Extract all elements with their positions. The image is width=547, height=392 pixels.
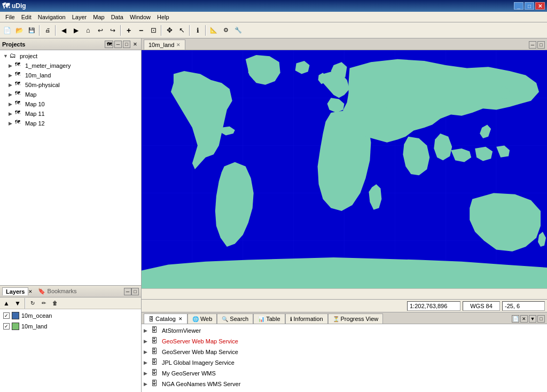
layers-maximize-button[interactable]: □ (131, 288, 139, 295)
select-button[interactable]: ↖ (176, 25, 187, 36)
menu-window[interactable]: Window (127, 13, 154, 21)
layer-delete-button[interactable]: 🗑 (50, 299, 60, 308)
tree-item-map11[interactable]: ▶ 🗺 Map 11 (1, 109, 140, 119)
search-tab-icon: 🔍 (222, 316, 228, 322)
home-button[interactable]: ⌂ (82, 25, 94, 36)
forward-button[interactable]: ▶ (70, 25, 82, 36)
close-button[interactable]: ✕ (535, 2, 545, 10)
layer-row-land[interactable]: ✓ 10m_land (1, 321, 140, 332)
map-panel-maximize-button[interactable]: □ (537, 41, 545, 49)
mygeoserver-expand[interactable]: ▶ (144, 371, 149, 376)
projects-maximize-button[interactable]: □ (123, 41, 130, 48)
layer-refresh-button[interactable]: ↻ (27, 299, 38, 308)
tab-catalog[interactable]: 🗄 Catalog ✕ (144, 313, 187, 324)
geoserver-expand[interactable]: ▶ (144, 349, 149, 355)
tree-item-50mphysical[interactable]: ▶ 🗺 50m-physical (1, 80, 140, 90)
bottom-panel-new-button[interactable]: 📄 (512, 315, 519, 323)
back-button[interactable]: ◀ (58, 25, 69, 36)
map10-expand-arrow[interactable]: ▶ (9, 101, 15, 107)
info-button[interactable]: ℹ (192, 25, 204, 36)
project-expand-arrow[interactable]: ▼ (3, 53, 10, 59)
layer-ocean-checkbox[interactable]: ✓ (3, 312, 10, 319)
map-tab-10mland[interactable]: 10m_land ✕ (144, 40, 185, 50)
catalog-tab-close[interactable]: ✕ (178, 316, 183, 322)
new-file-button[interactable]: 📄 (1, 25, 13, 36)
geoserver-icon: 🗄 (151, 348, 160, 356)
atstormviewer-icon: 🗄 (151, 326, 160, 335)
save-button[interactable]: 💾 (26, 25, 37, 36)
map-crs-display[interactable]: WGS 84 (463, 301, 500, 311)
catalog-item-geoserver-red[interactable]: ▶ 🗄 GeoServer Web Map Service (142, 336, 547, 347)
bookmarks-tab[interactable]: 🔖 Bookmarks (35, 287, 80, 295)
menu-map[interactable]: Map (90, 13, 107, 21)
map-panel-minimize-button[interactable]: ─ (529, 41, 536, 49)
map-scale-display: 1:202,763,896 (407, 301, 460, 311)
layer-row-ocean[interactable]: ✓ 10m_ocean (1, 310, 140, 321)
tree-item-project[interactable]: ▼ 🗂 project (1, 51, 140, 61)
map11-expand-arrow[interactable]: ▶ (9, 111, 15, 116)
map-strip (142, 288, 547, 299)
nga-expand[interactable]: ▶ (144, 381, 149, 387)
catalog-item-atstormviewer[interactable]: ▶ 🗄 AtStormViewer (142, 325, 547, 336)
undo-button[interactable]: ↩ (95, 25, 106, 36)
atstormviewer-expand[interactable]: ▶ (144, 328, 149, 333)
10mland-expand-arrow[interactable]: ▶ (9, 73, 15, 78)
print-button[interactable]: 🖨 (42, 25, 53, 36)
menu-file[interactable]: File (2, 13, 18, 21)
pan-button[interactable]: ✥ (163, 25, 175, 36)
layer-edit-button[interactable]: ✏ (38, 299, 49, 308)
catalog-item-mygeoserver[interactable]: ▶ 🗄 My GeoServer WMS (142, 368, 547, 379)
bottom-panel-maximize-button[interactable]: □ (537, 315, 545, 323)
layers-tab[interactable]: Layers (2, 287, 28, 295)
map-expand-arrow[interactable]: ▶ (9, 92, 15, 97)
jpl-expand[interactable]: ▶ (144, 360, 149, 365)
plugin-button[interactable]: 🔧 (232, 25, 244, 36)
projects-title: Projects (2, 41, 105, 48)
layer-up-button[interactable]: ▲ (1, 299, 12, 308)
tab-search[interactable]: 🔍 Search (217, 313, 253, 324)
menu-layer[interactable]: Layer (69, 13, 90, 21)
bottom-panel-minimize-button[interactable]: ▼ (529, 315, 536, 323)
settings-button[interactable]: ⚙ (220, 25, 232, 36)
measure-button[interactable]: 📐 (208, 25, 220, 36)
tree-item-10mland[interactable]: ▶ 🗺 10m_land (1, 70, 140, 80)
tab-web[interactable]: 🌐 Web (187, 313, 217, 324)
open-button[interactable]: 📂 (13, 25, 25, 36)
menu-help[interactable]: Help (154, 13, 173, 21)
layers-content: ✓ 10m_ocean ✓ 10m_land (0, 309, 141, 392)
catalog-item-nga[interactable]: ▶ 🗄 NGA GeoNames WMS Server (142, 379, 547, 389)
map12-expand-arrow[interactable]: ▶ (9, 121, 15, 126)
1meter-expand-arrow[interactable]: ▶ (9, 63, 15, 68)
maximize-button[interactable]: □ (525, 2, 534, 10)
catalog-item-jpl[interactable]: ▶ 🗄 JPL Global Imagery Service (142, 357, 547, 368)
layer-land-checkbox[interactable]: ✓ (3, 323, 10, 330)
tab-table[interactable]: 📊 Table (253, 313, 285, 324)
layers-minimize-button[interactable]: ─ (124, 288, 131, 295)
zoom-in-button[interactable]: + (123, 25, 135, 36)
menu-data[interactable]: Data (108, 13, 127, 21)
catalog-item-geoserver[interactable]: ▶ 🗄 GeoServer Web Map Service (142, 347, 547, 357)
map-tab-close-button[interactable]: ✕ (176, 42, 181, 48)
tree-item-map12[interactable]: ▶ 🗺 Map 12 (1, 119, 140, 128)
bottom-panel-close-button[interactable]: ✕ (520, 315, 528, 323)
tree-item-map10[interactable]: ▶ 🗺 Map 10 (1, 99, 140, 109)
projects-close-button[interactable]: ✕ (131, 41, 139, 48)
menu-navigation[interactable]: Navigation (35, 13, 69, 21)
projects-minimize-button[interactable]: ─ (114, 41, 122, 48)
zoom-fit-button[interactable]: ⊡ (147, 25, 159, 36)
tree-item-map[interactable]: ▶ 🗺 Map (1, 90, 140, 99)
projects-new-button[interactable]: 🗺 (105, 41, 113, 48)
geoserver-red-expand[interactable]: ▶ (144, 339, 149, 344)
minimize-button[interactable]: _ (514, 2, 523, 10)
progress-tab-icon: ⏳ (333, 316, 339, 322)
tab-information[interactable]: ℹ Information (285, 313, 328, 324)
50mphysical-expand-arrow[interactable]: ▶ (9, 82, 15, 88)
tree-item-1meter[interactable]: ▶ 🗺 1_meter_imagery (1, 61, 140, 70)
layers-tab-close[interactable]: ✕ (28, 289, 33, 294)
menu-edit[interactable]: Edit (18, 13, 35, 21)
redo-button[interactable]: ↪ (107, 25, 119, 36)
tab-progress[interactable]: ⏳ Progress View (328, 313, 384, 324)
layer-down-button[interactable]: ▼ (12, 299, 23, 308)
map-canvas[interactable] (142, 50, 547, 288)
zoom-out-button[interactable]: − (135, 25, 147, 36)
